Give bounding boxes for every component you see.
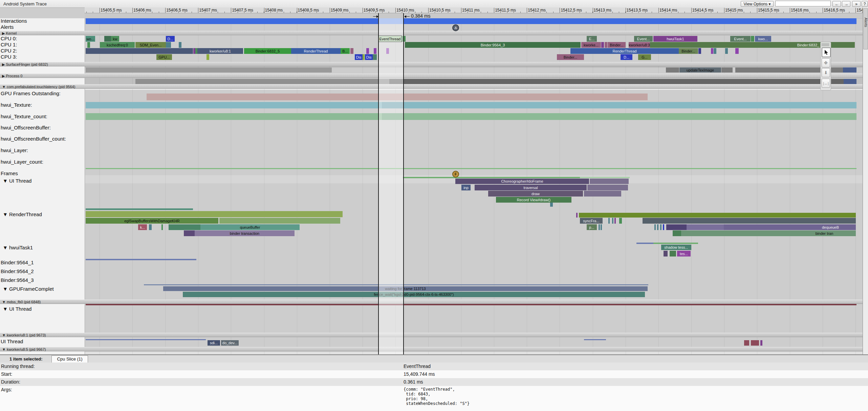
trace-slice[interactable]: syncFra...	[580, 218, 603, 224]
trace-slice[interactable]: waiting for frame 113713	[163, 286, 648, 291]
trace-slice-fragment[interactable]	[366, 48, 369, 54]
track-label[interactable]: hwui_Layer_count:	[1, 159, 43, 165]
trace-slice-fragment[interactable]	[389, 79, 844, 84]
trace-slice-fragment[interactable]	[584, 339, 606, 340]
trace-slice[interactable]: Binder:6832_5	[244, 48, 291, 54]
trace-slice-fragment[interactable]	[735, 48, 739, 54]
trace-slice-fragment[interactable]	[104, 36, 111, 42]
trace-slice[interactable]: D...	[621, 54, 632, 60]
trace-slice[interactable]: dequeueB	[805, 224, 856, 230]
selection-right-line[interactable]	[403, 13, 404, 354]
trace-slice[interactable]: Binder...	[557, 54, 584, 60]
track-label[interactable]: Binder:9564_2	[1, 268, 34, 274]
track-label[interactable]: hwui_Texture_count:	[1, 114, 47, 119]
trace-slice-fragment[interactable]	[584, 191, 621, 197]
trace-slice[interactable]: GPU...	[156, 54, 172, 60]
trace-slice-fragment[interactable]	[653, 243, 698, 244]
track-label[interactable]: CPU 1:	[1, 42, 17, 47]
trace-slice-fragment[interactable]	[86, 168, 856, 169]
trace-slice-fragment[interactable]	[724, 224, 805, 230]
track-label[interactable]: Frames	[1, 170, 18, 176]
trace-slice-fragment[interactable]	[599, 224, 600, 230]
trace-slice-fragment[interactable]	[670, 251, 676, 256]
help-button[interactable]: ?	[862, 1, 868, 7]
trace-slice-fragment[interactable]	[86, 18, 856, 24]
zoom-down-button[interactable]: ⬇	[822, 68, 830, 77]
process-header[interactable]: ▼ kworker/u8:1 (pid 9673)	[0, 333, 863, 337]
trace-slice[interactable]: B...	[341, 48, 350, 54]
trace-slice[interactable]: Record View#draw()	[496, 197, 571, 203]
trace-slice[interactable]: do_dev...	[221, 340, 239, 346]
trace-slice-fragment[interactable]	[650, 42, 762, 48]
process-header[interactable]: ▶ SurfaceFlinger (pid 6832)	[0, 62, 863, 66]
trace-slice-fragment[interactable]	[664, 251, 668, 256]
trace-slice[interactable]: EventThread	[378, 36, 402, 42]
trace-slice-fragment[interactable]	[179, 42, 181, 48]
trace-slice[interactable]: kworker/u8:3	[629, 42, 650, 48]
trace-slice-fragment[interactable]	[590, 179, 629, 184]
trace-slice[interactable]: traversal	[475, 185, 587, 190]
trace-slice[interactable]: D...	[166, 36, 175, 42]
trace-slice[interactable]: eglSwapBuffersWithDamageKHR	[86, 218, 218, 224]
trace-slice-fragment[interactable]	[169, 224, 200, 230]
trace-slice-fragment[interactable]	[843, 67, 856, 73]
view-options-button[interactable]: View Options ▾	[741, 1, 774, 7]
track-label[interactable]: ▼ hwuiTask1	[3, 245, 33, 250]
trace-slice-fragment[interactable]	[576, 213, 578, 218]
trace-slice-fragment[interactable]	[87, 42, 90, 48]
pan-tool-button[interactable]: ✥	[822, 58, 830, 67]
vertical-scrollbar[interactable]	[863, 7, 868, 354]
trace-slice[interactable]: sdi...	[208, 340, 220, 346]
trace-slice-fragment[interactable]	[721, 67, 733, 73]
trace-slice-fragment[interactable]	[86, 304, 856, 305]
trace-slice-fragment[interactable]	[654, 224, 656, 230]
toolbar-grip-icon[interactable]	[822, 43, 829, 46]
trace-slice[interactable]: Dis	[355, 54, 363, 60]
trace-slice-fragment[interactable]	[725, 48, 728, 54]
trace-slice-fragment[interactable]	[86, 211, 343, 217]
trace-slice-fragment[interactable]	[184, 230, 195, 236]
trace-slice[interactable]: hwuiTask1	[653, 36, 697, 42]
trace-slice-fragment[interactable]	[751, 36, 754, 42]
trace-slice[interactable]: kwo...	[755, 36, 771, 42]
trace-slice[interactable]: RenderThread	[291, 48, 341, 54]
process-header[interactable]: ▶ Kernel	[0, 31, 863, 35]
track-label[interactable]: Alerts	[1, 24, 14, 30]
trace-slice[interactable]: inp	[461, 185, 471, 190]
pointer-tool-button[interactable]	[822, 47, 831, 57]
trace-slice-fragment[interactable]	[374, 48, 376, 54]
trace-slice-fragment[interactable]	[619, 218, 622, 224]
trace-slice-fragment[interactable]	[86, 113, 856, 120]
frame-marker-icon[interactable]: F	[452, 171, 459, 178]
track-label[interactable]: hwui_OffscreenBuffer:	[1, 125, 51, 130]
trace-slice-fragment[interactable]	[660, 224, 661, 230]
trace-slice-fragment[interactable]	[657, 224, 658, 230]
trace-slice[interactable]: binder transaction	[195, 230, 295, 236]
trace-slice[interactable]: G...	[638, 54, 651, 60]
trace-slice[interactable]: Event...	[634, 36, 653, 42]
trace-slice-fragment[interactable]	[86, 208, 193, 210]
trace-slice-fragment[interactable]	[601, 42, 604, 48]
trace-slice-fragment[interactable]	[844, 79, 856, 84]
trace-slice[interactable]: Event...	[730, 36, 751, 42]
trace-slice-fragment[interactable]	[673, 230, 681, 236]
trace-slice-fragment[interactable]	[550, 203, 553, 207]
timeline-ruler[interactable]: 15405.5 ms15406 ms15406.5 ms15407 ms1540…	[85, 7, 863, 13]
back-button[interactable]: ←	[832, 1, 841, 7]
trace-slice-fragment[interactable]	[643, 218, 856, 224]
trace-slice-fragment[interactable]	[612, 218, 613, 224]
trace-slice[interactable]: binder tran	[793, 230, 856, 236]
trace-slice-fragment[interactable]	[363, 54, 365, 60]
alert-marker-icon[interactable]: ⚠	[452, 24, 459, 31]
track-label[interactable]: hwui_Texture:	[1, 102, 32, 108]
trace-slice-fragment[interactable]	[587, 185, 628, 190]
forward-button[interactable]: →	[842, 1, 850, 7]
selection-left-line[interactable]	[378, 13, 379, 354]
trace-slice-fragment[interactable]	[86, 102, 856, 108]
trace-slice-fragment[interactable]	[403, 177, 580, 178]
search-input[interactable]	[775, 1, 831, 6]
process-header[interactable]: ▼ com.prefabulated.touchlatency (pid 956…	[0, 84, 863, 89]
fit-width-button[interactable]: |↔|	[822, 79, 830, 88]
track-label[interactable]: ▼ RenderThread	[3, 211, 42, 217]
trace-slice-fragment[interactable]	[751, 340, 759, 346]
